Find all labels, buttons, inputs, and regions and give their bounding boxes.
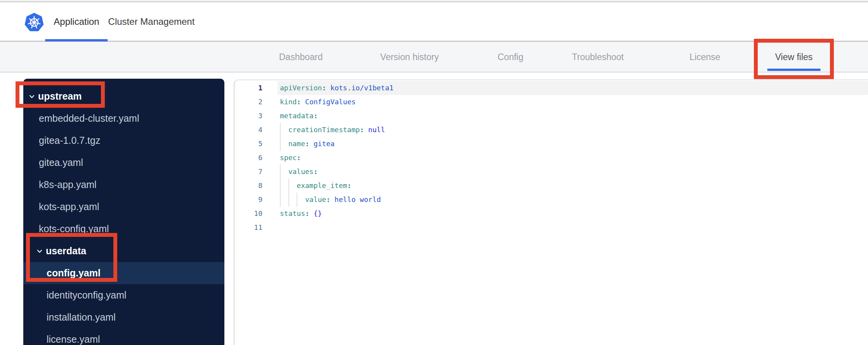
tree-folder-upstream[interactable]: upstream [23,85,224,107]
file-label: installation.yaml [47,312,116,323]
token-val: hello world [335,193,381,207]
tree-file-config-yaml[interactable]: config.yaml [23,262,224,284]
indent-guide [297,193,305,207]
code-line-6[interactable]: 6spec: [234,151,868,165]
token-key: spec [280,151,297,165]
line-number: 5 [234,137,262,151]
line-content: name: gitea [278,137,868,151]
yaml-code-editor[interactable]: 1apiVersion: kots.io/v1beta12kind: Confi… [234,79,868,345]
indent-guide [288,179,297,193]
code-line-10[interactable]: 10status: {} [234,207,868,221]
file-label: embedded-cluster.yaml [39,113,139,124]
tab-view-files[interactable]: View files [775,42,813,72]
line-number: 4 [234,123,262,137]
line-content: values: [278,165,868,179]
token-colon: : [297,95,305,109]
token-key: value [305,193,326,207]
token-colon: : [297,151,301,165]
tree-file-kots-app-yaml[interactable]: kots-app.yaml [23,196,224,218]
tree-file-embedded-cluster-yaml[interactable]: embedded-cluster.yaml [23,107,224,129]
token-key: values [288,165,314,179]
tab-application[interactable]: Application [54,2,99,41]
code-line-8[interactable]: 8example_item: [234,179,868,193]
code-line-1[interactable]: 1apiVersion: kots.io/v1beta1 [234,81,868,95]
tree-file-gitea-1-0-7-tgz[interactable]: gitea-1.0.7.tgz [23,129,224,152]
token-val: gitea [314,137,335,151]
line-number: 9 [234,193,262,207]
line-content: example_item: [278,179,868,193]
tree-file-identityconfig-yaml[interactable]: identityconfig.yaml [23,284,224,306]
token-colon: : [360,123,368,137]
line-content: value: hello world [278,193,868,207]
app-header: ApplicationCluster Management [0,2,868,41]
line-content: kind: ConfigValues [278,95,868,109]
token-key: apiVersion [280,81,322,95]
line-content: metadata: [278,109,868,123]
indent-guide [288,193,297,207]
file-label: license.yaml [47,334,100,345]
token-val: ConfigValues [305,95,356,109]
file-label: identityconfig.yaml [47,290,127,301]
code-line-4[interactable]: 4creationTimestamp: null [234,123,868,137]
file-tree-sidebar: upstreamembedded-cluster.yamlgitea-1.0.7… [23,79,224,345]
token-key: metadata [280,109,314,123]
file-label: config.yaml [47,267,101,279]
token-colon: : [314,109,318,123]
file-label: gitea-1.0.7.tgz [39,135,100,146]
tree-file-license-yaml[interactable]: license.yaml [23,328,224,345]
tab-license[interactable]: License [689,42,720,72]
folder-label: upstream [38,91,82,102]
code-line-5[interactable]: 5name: gitea [234,137,868,151]
chevron-down-icon [29,93,35,100]
token-key: status [280,207,305,221]
indent-guide [280,193,288,207]
line-content: spec: [278,151,868,165]
code-line-11[interactable]: 11 [234,221,868,235]
line-number: 7 [234,165,262,179]
token-key: name [288,137,305,151]
file-label: kots-config.yaml [39,223,109,235]
line-number: 6 [234,151,262,165]
indent-guide [280,165,288,179]
line-number: 2 [234,95,262,109]
tab-cluster-management[interactable]: Cluster Management [108,2,195,41]
line-content: status: {} [278,207,868,221]
token-colon: : [347,179,351,193]
token-colon: : [326,193,335,207]
tab-dashboard[interactable]: Dashboard [279,42,323,72]
tree-folder-userdata[interactable]: userdata [23,240,224,262]
token-val: kots.io/v1beta1 [330,81,394,95]
line-number: 10 [234,207,262,221]
tab-troubleshoot[interactable]: Troubleshoot [572,42,623,72]
indent-guide [280,123,288,137]
file-label: kots-app.yaml [39,201,99,212]
indent-guide [280,137,288,151]
app-subnav: DashboardVersion historyConfigTroublesho… [0,41,868,72]
line-number: 11 [234,221,262,235]
tab-config[interactable]: Config [498,42,523,72]
code-line-3[interactable]: 3metadata: [234,109,868,123]
tree-file-gitea-yaml[interactable]: gitea.yaml [23,152,224,174]
kubernetes-logo [23,12,45,32]
token-colon: : [305,207,314,221]
file-label: k8s-app.yaml [39,179,97,190]
token-colon: : [322,81,330,95]
folder-label: userdata [46,245,86,257]
token-key: creationTimestamp [288,123,360,137]
token-key: example_item [297,179,347,193]
token-kw: null [368,123,385,137]
tab-version-history[interactable]: Version history [380,42,439,72]
line-content [278,221,868,235]
code-line-2[interactable]: 2kind: ConfigValues [234,95,868,109]
token-kw: {} [314,207,322,221]
tree-file-kots-config-yaml[interactable]: kots-config.yaml [23,218,224,240]
code-line-7[interactable]: 7values: [234,165,868,179]
tree-file-k8s-app-yaml[interactable]: k8s-app.yaml [23,174,224,196]
tree-file-installation-yaml[interactable]: installation.yaml [23,306,224,328]
code-line-9[interactable]: 9value: hello world [234,193,868,207]
line-content: apiVersion: kots.io/v1beta1 [278,81,868,95]
line-number: 1 [234,81,262,95]
line-content: creationTimestamp: null [278,123,868,137]
file-label: gitea.yaml [39,157,83,168]
chevron-down-icon [36,248,43,254]
